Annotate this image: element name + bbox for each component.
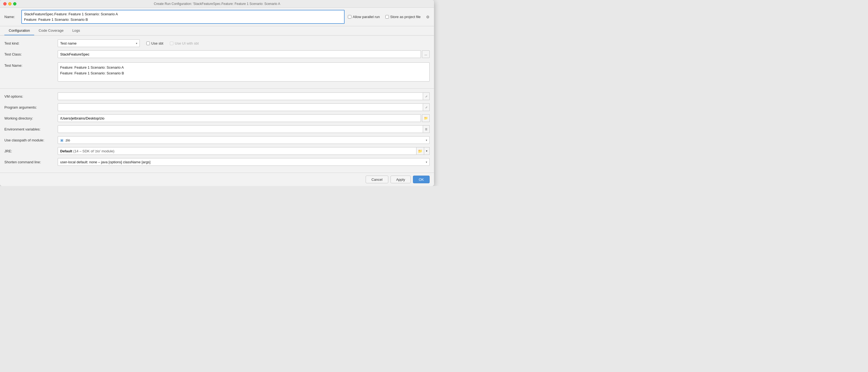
header-row: Name: StackFeatureSpec.Feature: Feature … <box>0 8 434 26</box>
program-arguments-input-group: ⤢ <box>58 103 430 111</box>
jre-suffix: (14 – SDK of 'zio' module) <box>73 149 114 153</box>
jre-default: Default <box>60 149 72 153</box>
use-sbt-checkbox[interactable] <box>146 41 150 45</box>
environment-variables-browse-button[interactable]: ☰ <box>423 125 430 133</box>
environment-variables-field: ☰ <box>58 125 430 133</box>
tab-logs[interactable]: Logs <box>68 26 84 35</box>
store-as-project-file-label[interactable]: Store as project file <box>385 15 421 19</box>
use-classpath-dropdown[interactable]: ▣ zio ▾ <box>58 136 430 144</box>
cancel-button[interactable]: Cancel <box>366 176 388 183</box>
content-area: Test kind: Test name ▾ Use sbt Use UI wi… <box>0 36 434 173</box>
name-label: Name: <box>4 15 18 19</box>
test-class-field: ... <box>58 50 430 58</box>
jre-row: JRE: Default (14 – SDK of 'zio' module) … <box>0 146 434 156</box>
program-arguments-field: ⤢ <box>58 103 430 111</box>
working-directory-browse-button[interactable]: 📁 <box>422 114 430 122</box>
test-name-line1: Feature: Feature 1 Scenario: Scenario A <box>60 65 427 70</box>
use-classpath-field: ▣ zio ▾ <box>58 136 430 144</box>
working-directory-input-group: 📁 <box>58 114 430 122</box>
use-classpath-label: Use classpath of module: <box>4 138 58 142</box>
allow-parallel-run-checkbox[interactable] <box>348 15 351 19</box>
store-as-project-file-checkbox[interactable] <box>385 15 389 19</box>
shorten-command-dropdown[interactable]: user-local default: none – java [options… <box>58 158 430 166</box>
jre-browse-button[interactable]: 📁 <box>416 147 424 155</box>
use-classpath-row: Use classpath of module: ▣ zio ▾ <box>0 134 434 146</box>
tabs-row: Configuration Code Coverage Logs <box>0 26 434 36</box>
name-line2: Feature: Feature 1 Scenario: Scenario B <box>24 17 342 23</box>
test-name-row: Test Name: Feature: Feature 1 Scenario: … <box>0 60 434 83</box>
program-arguments-input[interactable] <box>58 103 423 111</box>
test-kind-dropdown-arrow: ▾ <box>136 42 137 45</box>
working-directory-label: Working directory: <box>4 116 58 120</box>
test-kind-label: Test kind: <box>4 41 58 45</box>
separator <box>0 85 434 89</box>
test-kind-field: Test name ▾ Use sbt Use UI with sbt <box>58 39 430 47</box>
test-class-input-group: ... <box>58 50 430 58</box>
ok-button[interactable]: OK <box>413 176 430 183</box>
tab-configuration[interactable]: Configuration <box>4 26 34 35</box>
use-ui-with-sbt-checkbox <box>170 41 174 45</box>
dialog-window: Create Run Configuration: 'StackFeatureS… <box>0 0 434 186</box>
test-class-label: Test Class: <box>4 52 58 56</box>
jre-field: Default (14 – SDK of 'zio' module) 📁 ▾ <box>58 147 430 155</box>
test-class-input[interactable] <box>58 50 421 58</box>
test-kind-row: Test kind: Test name ▾ Use sbt Use UI wi… <box>0 38 434 49</box>
gear-icon[interactable]: ⚙ <box>426 15 430 19</box>
use-sbt-label[interactable]: Use sbt <box>146 41 163 45</box>
environment-variables-label: Environment variables: <box>4 127 58 131</box>
working-directory-input[interactable] <box>58 114 421 122</box>
title-bar: Create Run Configuration: 'StackFeatureS… <box>0 0 434 8</box>
close-button[interactable] <box>3 2 6 5</box>
program-arguments-label: Program arguments: <box>4 105 58 110</box>
jre-input[interactable]: Default (14 – SDK of 'zio' module) <box>58 147 416 155</box>
vm-options-input[interactable] <box>58 92 423 100</box>
allow-parallel-run-label[interactable]: Allow parallel run <box>348 15 380 19</box>
vm-options-field: ⤢ <box>58 92 430 100</box>
shorten-command-field: user-local default: none – java [options… <box>58 158 430 166</box>
vm-options-expand-button[interactable]: ⤢ <box>423 92 430 100</box>
environment-variables-input-group: ☰ <box>58 125 430 133</box>
test-name-label: Test Name: <box>4 62 58 68</box>
program-arguments-row: Program arguments: ⤢ <box>0 102 434 113</box>
form-section: Test kind: Test name ▾ Use sbt Use UI wi… <box>0 36 434 85</box>
test-class-row: Test Class: ... <box>0 49 434 60</box>
test-name-field: Feature: Feature 1 Scenario: Scenario A … <box>58 62 430 82</box>
vm-options-row: VM options: ⤢ <box>0 91 434 102</box>
vm-options-label: VM options: <box>4 94 58 98</box>
traffic-lights <box>3 2 17 5</box>
test-kind-dropdown[interactable]: Test name ▾ <box>58 39 140 47</box>
test-name-area[interactable]: Feature: Feature 1 Scenario: Scenario A … <box>58 62 430 82</box>
apply-button[interactable]: Apply <box>391 176 411 183</box>
working-directory-row: Working directory: 📁 <box>0 113 434 124</box>
vm-options-input-group: ⤢ <box>58 92 430 100</box>
name-input[interactable]: StackFeatureSpec.Feature: Feature 1 Scen… <box>21 10 345 24</box>
header-right: Allow parallel run Store as project file… <box>348 15 430 19</box>
name-line1: StackFeatureSpec.Feature: Feature 1 Scen… <box>24 11 342 17</box>
environment-variables-input[interactable] <box>58 125 423 133</box>
shorten-command-dropdown-arrow: ▾ <box>426 161 427 163</box>
jre-label: JRE: <box>4 149 58 153</box>
jre-input-group: Default (14 – SDK of 'zio' module) 📁 ▾ <box>58 147 430 155</box>
use-ui-with-sbt-label: Use UI with sbt <box>170 41 198 45</box>
jre-dropdown-button[interactable]: ▾ <box>424 147 430 155</box>
module-icon: ▣ <box>60 138 63 142</box>
use-classpath-dropdown-arrow: ▾ <box>426 139 427 142</box>
tab-code-coverage[interactable]: Code Coverage <box>34 26 68 35</box>
maximize-button[interactable] <box>13 2 17 5</box>
test-name-line2: Feature: Feature 1 Scenario: Scenario B <box>60 70 427 76</box>
shorten-command-row: Shorten command line: user-local default… <box>0 156 434 167</box>
shorten-command-label: Shorten command line: <box>4 160 58 164</box>
window-title: Create Run Configuration: 'StackFeatureS… <box>154 2 280 6</box>
minimize-button[interactable] <box>8 2 11 5</box>
environment-variables-row: Environment variables: ☰ <box>0 124 434 134</box>
test-class-browse-button[interactable]: ... <box>422 50 430 58</box>
working-directory-field: 📁 <box>58 114 430 122</box>
footer: Cancel Apply OK <box>0 173 434 186</box>
program-arguments-expand-button[interactable]: ⤢ <box>423 103 430 111</box>
